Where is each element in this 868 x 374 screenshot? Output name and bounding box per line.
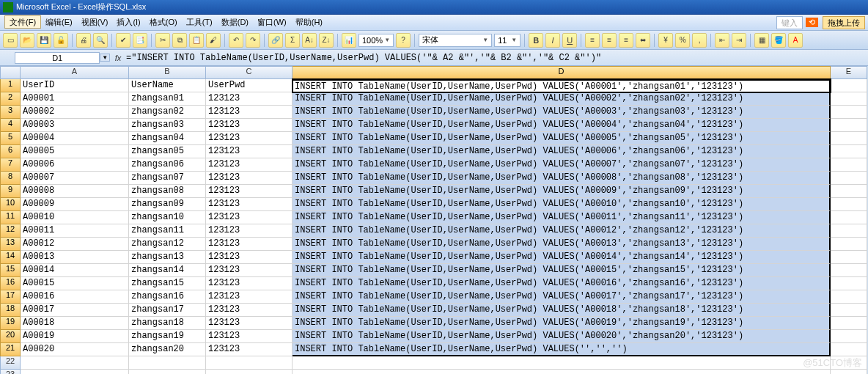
font-color-button[interactable]: A <box>788 33 803 48</box>
row-header-13[interactable]: 13 <box>0 238 21 251</box>
cell-D23[interactable] <box>293 370 831 374</box>
paste-button[interactable]: 📋 <box>189 33 204 48</box>
copy-button[interactable]: ⧉ <box>172 33 187 48</box>
cell-C14[interactable]: 123123 <box>206 251 293 264</box>
row-header-9[interactable]: 9 <box>0 185 21 198</box>
cell-E12[interactable] <box>831 224 867 238</box>
cell-D16[interactable]: INSERT INTO TableName(UserID,UserName,Us… <box>293 277 831 290</box>
cell-E7[interactable] <box>831 158 867 172</box>
comma-button[interactable]: , <box>692 33 707 48</box>
name-box[interactable]: D1 <box>15 52 100 64</box>
cell-D6[interactable]: INSERT INTO TableName(UserID,UserName,Us… <box>293 145 831 158</box>
cell-E10[interactable] <box>831 198 867 211</box>
row-header-22[interactable]: 22 <box>0 356 21 370</box>
cell-A10[interactable]: A00009 <box>21 198 129 211</box>
cell-E23[interactable] <box>831 370 867 374</box>
spelling-button[interactable]: ✔ <box>116 33 130 48</box>
cell-B2[interactable]: zhangsan01 <box>129 92 206 106</box>
menu-1[interactable]: 编辑(E) <box>41 16 77 28</box>
cell-B1[interactable]: UserName <box>129 79 206 92</box>
cell-A7[interactable]: A00006 <box>21 158 129 172</box>
cell-A8[interactable]: A00007 <box>21 172 129 185</box>
cell-E3[interactable] <box>831 106 867 119</box>
row-header-23[interactable]: 23 <box>0 370 21 374</box>
menu-3[interactable]: 插入(I) <box>112 16 144 28</box>
cell-E20[interactable] <box>831 330 867 343</box>
cell-E4[interactable] <box>831 119 867 132</box>
cell-D22[interactable] <box>293 356 831 370</box>
cell-C7[interactable]: 123123 <box>206 158 293 172</box>
save-button[interactable]: 💾 <box>37 33 51 48</box>
row-header-17[interactable]: 17 <box>0 290 21 304</box>
cell-B14[interactable]: zhangsan13 <box>129 251 206 264</box>
row-header-4[interactable]: 4 <box>0 119 21 132</box>
cell-B15[interactable]: zhangsan14 <box>129 264 206 277</box>
bold-button[interactable]: B <box>529 33 543 48</box>
cell-E17[interactable] <box>831 290 867 304</box>
cell-C1[interactable]: UserPwd <box>206 79 293 92</box>
cell-C23[interactable] <box>206 370 293 374</box>
cell-E1[interactable] <box>831 79 867 92</box>
cell-D7[interactable]: INSERT INTO TableName(UserID,UserName,Us… <box>293 158 831 172</box>
autosum-button[interactable]: Σ <box>285 33 300 48</box>
cell-D10[interactable]: INSERT INTO TableName(UserID,UserName,Us… <box>293 198 831 211</box>
row-header-20[interactable]: 20 <box>0 330 21 343</box>
cell-A4[interactable]: A00003 <box>21 119 129 132</box>
cell-C21[interactable]: 123123 <box>206 343 293 356</box>
cell-C22[interactable] <box>206 356 293 370</box>
cell-D17[interactable]: INSERT INTO TableName(UserID,UserName,Us… <box>293 290 831 304</box>
cell-D18[interactable]: INSERT INTO TableName(UserID,UserName,Us… <box>293 304 831 317</box>
row-header-16[interactable]: 16 <box>0 277 21 290</box>
cell-E22[interactable] <box>831 356 867 370</box>
align-left-button[interactable]: ≡ <box>585 33 600 48</box>
cell-D20[interactable]: INSERT INTO TableName(UserID,UserName,Us… <box>293 330 831 343</box>
fx-icon[interactable]: fx <box>110 54 126 62</box>
row-header-11[interactable]: 11 <box>0 211 21 224</box>
cell-B13[interactable]: zhangsan12 <box>129 238 206 251</box>
col-header-C[interactable]: C <box>206 66 293 79</box>
cell-B23[interactable] <box>129 370 206 374</box>
row-header-10[interactable]: 10 <box>0 198 21 211</box>
cell-D15[interactable]: INSERT INTO TableName(UserID,UserName,Us… <box>293 264 831 277</box>
cell-A23[interactable] <box>21 370 129 374</box>
cell-E8[interactable] <box>831 172 867 185</box>
menu-0[interactable]: 文件(F) <box>4 15 41 29</box>
underline-button[interactable]: U <box>562 33 577 48</box>
cell-B6[interactable]: zhangsan05 <box>129 145 206 158</box>
cell-B21[interactable]: zhangsan20 <box>129 343 206 356</box>
cell-C5[interactable]: 123123 <box>206 132 293 145</box>
cell-E15[interactable] <box>831 264 867 277</box>
cell-E13[interactable] <box>831 238 867 251</box>
cell-B11[interactable]: zhangsan10 <box>129 211 206 224</box>
cell-B19[interactable]: zhangsan18 <box>129 317 206 330</box>
help-search-input[interactable]: 键入 <box>776 16 803 29</box>
row-header-8[interactable]: 8 <box>0 172 21 185</box>
increase-indent-button[interactable]: ⇥ <box>732 33 746 48</box>
cell-D8[interactable]: INSERT INTO TableName(UserID,UserName,Us… <box>293 172 831 185</box>
upload-widget[interactable]: 拖拽上传 <box>823 16 865 29</box>
cell-A6[interactable]: A00005 <box>21 145 129 158</box>
row-header-18[interactable]: 18 <box>0 304 21 317</box>
format-painter-button[interactable]: 🖌 <box>206 33 221 48</box>
cell-B12[interactable]: zhangsan11 <box>129 224 206 238</box>
formula-input[interactable]: ="INSERT INTO TableName(UserID,UserName,… <box>126 53 868 63</box>
cell-D3[interactable]: INSERT INTO TableName(UserID,UserName,Us… <box>293 106 831 119</box>
select-all-corner[interactable] <box>0 66 21 79</box>
cell-C12[interactable]: 123123 <box>206 224 293 238</box>
col-header-E[interactable]: E <box>831 66 867 79</box>
menu-5[interactable]: 工具(T) <box>182 16 217 28</box>
cell-D9[interactable]: INSERT INTO TableName(UserID,UserName,Us… <box>293 185 831 198</box>
cell-A5[interactable]: A00004 <box>21 132 129 145</box>
zoom-select[interactable]: 100%▼ <box>358 34 394 47</box>
menu-7[interactable]: 窗口(W) <box>253 16 291 28</box>
cell-A21[interactable]: A00020 <box>21 343 129 356</box>
cell-D12[interactable]: INSERT INTO TableName(UserID,UserName,Us… <box>293 224 831 238</box>
help-button[interactable]: ? <box>396 33 411 48</box>
cell-A11[interactable]: A00010 <box>21 211 129 224</box>
cell-A3[interactable]: A00002 <box>21 106 129 119</box>
row-header-3[interactable]: 3 <box>0 106 21 119</box>
cell-D1[interactable]: INSERT INTO TableName(UserID,UserName,Us… <box>293 79 831 92</box>
cell-B18[interactable]: zhangsan17 <box>129 304 206 317</box>
cell-B9[interactable]: zhangsan08 <box>129 185 206 198</box>
chart-button[interactable]: 📊 <box>342 33 356 48</box>
